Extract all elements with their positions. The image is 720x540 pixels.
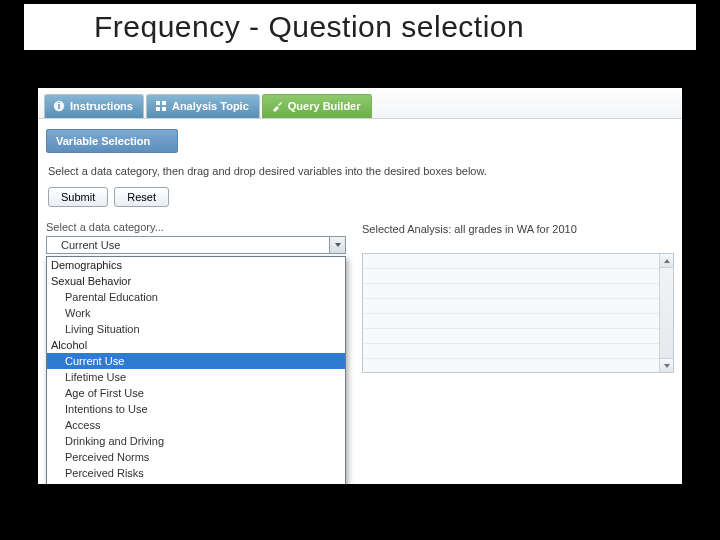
tab-label: Analysis Topic <box>172 100 249 112</box>
tab-label: Query Builder <box>288 100 361 112</box>
dropdown-option[interactable]: Living Situation <box>47 321 345 337</box>
svg-text:i: i <box>58 101 61 111</box>
svg-rect-5 <box>162 107 166 111</box>
svg-rect-3 <box>162 101 166 105</box>
svg-rect-2 <box>156 101 160 105</box>
variable-dropzone[interactable] <box>362 253 674 373</box>
scroll-down-icon[interactable] <box>660 358 673 372</box>
tools-icon <box>271 100 283 112</box>
dropdown-option[interactable]: Perceived Norms <box>47 449 345 465</box>
category-selected-value: Current Use <box>47 239 329 251</box>
slide-title: Frequency - Question selection <box>24 4 696 46</box>
dropdown-option[interactable]: Work <box>47 305 345 321</box>
category-dropdown[interactable]: DemographicsSexual BehaviorParental Educ… <box>46 256 346 484</box>
tab-instructions[interactable]: i Instructions <box>44 94 144 118</box>
chevron-down-icon <box>329 237 345 253</box>
dropdown-option[interactable]: Perceived Risks <box>47 465 345 481</box>
category-select[interactable]: Current Use <box>46 236 346 254</box>
dropdown-option[interactable]: Age of First Use <box>47 385 345 401</box>
dropdown-option[interactable]: Drinking and Driving <box>47 433 345 449</box>
submit-button[interactable]: Submit <box>48 187 108 207</box>
tab-query-builder[interactable]: Query Builder <box>262 94 372 118</box>
dropdown-group: Demographics <box>47 257 345 273</box>
app-window: i Instructions Analysis Topic Query Buil… <box>38 88 682 484</box>
dropdown-option[interactable]: Access <box>47 417 345 433</box>
dropdown-option[interactable]: Prevention/Intervention <box>47 481 345 484</box>
info-icon: i <box>53 100 65 112</box>
instruction-text: Select a data category, then drag and dr… <box>48 165 672 177</box>
selected-analysis-text: Selected Analysis: all grades in WA for … <box>362 223 674 235</box>
tab-strip: i Instructions Analysis Topic Query Buil… <box>38 88 682 119</box>
tab-label: Instructions <box>70 100 133 112</box>
panel-header: Variable Selection <box>46 129 178 153</box>
dropdown-option[interactable]: Lifetime Use <box>47 369 345 385</box>
dropdown-option[interactable]: Current Use <box>47 353 345 369</box>
dropdown-option[interactable]: Intentions to Use <box>47 401 345 417</box>
tab-analysis-topic[interactable]: Analysis Topic <box>146 94 260 118</box>
reset-button[interactable]: Reset <box>114 187 169 207</box>
svg-rect-4 <box>156 107 160 111</box>
scroll-up-icon[interactable] <box>660 254 673 268</box>
dropdown-option[interactable]: Parental Education <box>47 289 345 305</box>
dropdown-group: Alcohol <box>47 337 345 353</box>
grid-icon <box>155 100 167 112</box>
scrollbar[interactable] <box>659 254 673 372</box>
category-label: Select a data category... <box>46 221 346 233</box>
dropdown-group: Sexual Behavior <box>47 273 345 289</box>
